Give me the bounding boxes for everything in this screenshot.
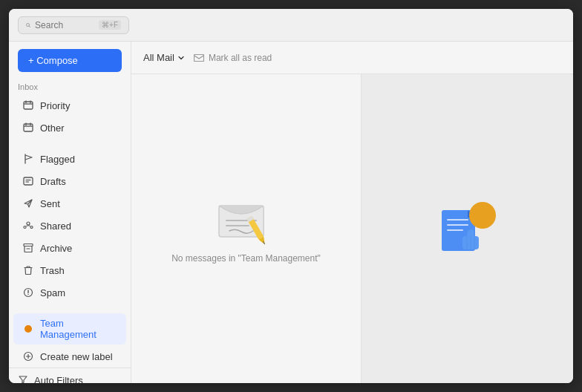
sent-icon xyxy=(22,197,34,209)
svg-rect-6 xyxy=(24,124,33,131)
sidebar-item-drafts[interactable]: Drafts xyxy=(13,171,126,192)
shared-label: Shared xyxy=(40,220,71,232)
sidebar-item-create-label[interactable]: Create new label xyxy=(13,346,126,367)
svg-rect-2 xyxy=(24,102,33,109)
search-shortcut: ⌘+F xyxy=(99,20,121,30)
content-split: No messages in "Team Management" xyxy=(131,74,573,383)
svg-point-17 xyxy=(30,226,33,229)
archive-label: Archive xyxy=(40,243,72,254)
svg-point-16 xyxy=(24,226,26,229)
sidebar-item-flagged[interactable]: Flagged xyxy=(13,148,126,169)
sidebar-item-archive[interactable]: Archive xyxy=(13,238,126,258)
trash-icon xyxy=(22,264,34,276)
mark-all-read-button[interactable]: Mark all as read xyxy=(194,53,272,63)
priority-label: Priority xyxy=(40,100,70,111)
sent-label: Sent xyxy=(40,198,60,209)
auto-filters-label: Auto Filters xyxy=(34,375,83,383)
sidebar-item-auto-filters[interactable]: Auto Filters xyxy=(9,368,131,383)
flag-icon xyxy=(22,153,34,165)
search-box[interactable]: ⌘+F xyxy=(18,16,129,34)
sidebar-item-trash[interactable]: Trash xyxy=(13,260,126,281)
empty-envelope-illustration xyxy=(213,192,280,244)
svg-rect-18 xyxy=(24,244,33,246)
spam-label: Spam xyxy=(40,287,65,298)
svg-point-24 xyxy=(24,325,32,333)
svg-point-40 xyxy=(469,202,496,229)
other-icon xyxy=(22,122,34,134)
svg-point-23 xyxy=(27,294,28,295)
archive-icon xyxy=(22,242,34,254)
all-mail-button[interactable]: All Mail xyxy=(143,52,185,63)
svg-line-1 xyxy=(29,26,30,27)
team-management-label: Team Management xyxy=(40,318,117,340)
flagged-label: Flagged xyxy=(40,154,75,165)
chevron-down-icon xyxy=(177,54,185,62)
spam-icon xyxy=(22,287,34,298)
sidebar: + Compose Inbox Priority xyxy=(9,42,131,383)
other-label: Other xyxy=(40,122,65,134)
toolbar: ⌘+F xyxy=(9,9,573,42)
preview-area xyxy=(362,74,573,383)
main-area: + Compose Inbox Priority xyxy=(9,42,573,383)
drafts-label: Drafts xyxy=(40,176,66,187)
sidebar-item-spam[interactable]: Spam xyxy=(13,282,126,303)
sidebar-item-other[interactable]: Other xyxy=(13,117,126,138)
mark-read-label: Mark all as read xyxy=(209,53,272,63)
thumbs-up-illustration xyxy=(434,199,501,258)
content-header: All Mail Mark all as read xyxy=(131,42,573,74)
compose-button[interactable]: + Compose xyxy=(18,49,122,72)
svg-rect-11 xyxy=(24,177,33,185)
inbox-label: Inbox xyxy=(9,76,131,94)
search-icon xyxy=(26,21,30,30)
search-input[interactable] xyxy=(35,20,94,30)
sidebar-bottom: Auto Filters Email Settings xyxy=(9,368,131,383)
content-area: All Mail Mark all as read xyxy=(131,42,573,383)
sidebar-item-shared[interactable]: Shared xyxy=(13,215,126,236)
empty-message-text: No messages in "Team Management" xyxy=(171,252,321,265)
shared-icon xyxy=(22,220,34,232)
priority-icon xyxy=(22,99,34,111)
filter-icon xyxy=(18,374,28,383)
svg-point-15 xyxy=(27,222,30,225)
label-dot-icon xyxy=(22,323,34,335)
sidebar-item-priority[interactable]: Priority xyxy=(13,95,126,116)
trash-label: Trash xyxy=(40,265,65,276)
sidebar-item-sent[interactable]: Sent xyxy=(13,193,126,214)
message-list: No messages in "Team Management" xyxy=(131,74,362,383)
all-mail-label: All Mail xyxy=(143,52,174,63)
envelope-open-icon xyxy=(194,53,204,62)
create-label-text: Create new label xyxy=(40,351,113,362)
empty-illustration: No messages in "Team Management" xyxy=(171,192,321,265)
sidebar-item-team-management[interactable]: Team Management xyxy=(13,313,126,344)
main-window: ⌘+F + Compose Inbox Priority xyxy=(9,9,573,383)
drafts-icon xyxy=(22,175,34,187)
plus-circle-icon xyxy=(22,350,34,362)
